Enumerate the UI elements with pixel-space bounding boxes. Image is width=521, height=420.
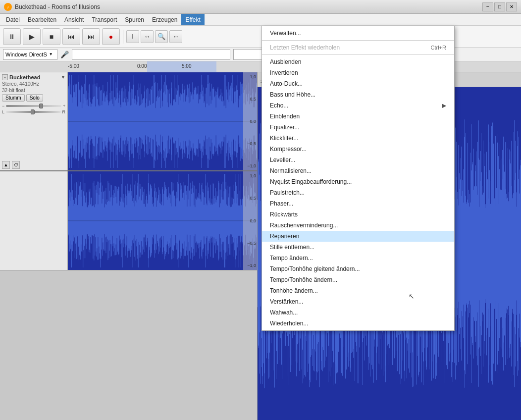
close-button[interactable]: ✕ [506, 2, 517, 11]
tool-buttons: I ↔ 🔍 ↔ [126, 30, 182, 43]
record-button[interactable]: ● [102, 28, 120, 45]
waveform-lower: 1,0 0,5 0,0 −0,5 −1,0 [68, 171, 257, 270]
menu-rueckwaerts[interactable]: Rückwärts [262, 209, 454, 220]
menu-tempo-tonhoehe[interactable]: Tempo/Tonhöhe ändern... [262, 274, 454, 285]
menu-tempo-tonhoehe-gleitend[interactable]: Tempo/Tonhöhe gleitend ändern... [262, 263, 454, 274]
gain-slider-track[interactable] [6, 105, 61, 107]
pan-slider-thumb[interactable] [31, 109, 35, 114]
stop-button[interactable]: ■ [43, 28, 60, 45]
menu-ausblenden[interactable]: Ausblenden [262, 56, 454, 67]
titlebar: ♪ Buckethead - Rooms of Illusions − □ ✕ [0, 0, 521, 14]
track-lower-spacer [0, 171, 68, 270]
gain-slider-thumb[interactable] [39, 104, 43, 108]
menu-auto-duck[interactable]: Auto-Duck... [262, 78, 454, 89]
track-mute-solo: Stumm Solo [2, 94, 65, 102]
menu-tonhoehe[interactable]: Tonhöhe ändern... [262, 285, 454, 296]
waveform-upper: 1,0 0,5 0,0 −0,5 −1,0 [68, 72, 257, 170]
waveform-scale-lower: 1,0 0,5 0,0 −0,5 −1,0 [243, 171, 257, 270]
menu-sep-1 [262, 40, 454, 41]
mute-button[interactable]: Stumm [2, 94, 25, 102]
ruler-label-minus5: -5:00 [68, 63, 79, 69]
menu-transport[interactable]: Transport [88, 14, 121, 25]
track-info-1: Stereo, 44100Hz [2, 81, 65, 87]
menu-echo[interactable]: Echo... ▶ [262, 100, 454, 111]
menu-equalizer[interactable]: Equalizer... [262, 122, 454, 133]
zoom-tool[interactable]: 🔍 [155, 30, 168, 43]
menu-phaser[interactable]: Phaser... [262, 198, 454, 209]
input-level-bar [72, 49, 230, 60]
gain-control: − + [2, 104, 65, 108]
window-title: Buckethead - Rooms of Illusions [15, 3, 100, 10]
gain-minus-label: − [2, 104, 4, 108]
minimize-button[interactable]: − [482, 2, 493, 11]
track-controls-1: × Buckethead ▼ Stereo, 44100Hz 32-bit fl… [0, 72, 68, 170]
select-tool[interactable]: ↔ [141, 30, 154, 43]
maximize-button[interactable]: □ [494, 2, 505, 11]
menu-invertieren[interactable]: Invertieren [262, 67, 454, 78]
menu-letzten-effekt: Letzten Effekt wiederholen Ctrl+R [262, 42, 454, 53]
menu-einblenden[interactable]: Einblenden [262, 111, 454, 122]
track-1-upper: × Buckethead ▼ Stereo, 44100Hz 32-bit fl… [0, 72, 257, 171]
forward-button[interactable]: ⏭ [82, 28, 100, 45]
menubar: Datei Bearbeiten Ansicht Transport Spure… [0, 14, 521, 26]
menu-nyquist[interactable]: Nyquist Eingabeaufforderung... [262, 176, 454, 187]
menu-stille-entfernen[interactable]: Stille entfernen... [262, 242, 454, 253]
mic-icon: 🎤 [60, 51, 69, 58]
pan-r-label: R [62, 109, 66, 114]
menu-rauschenverminderung[interactable]: Rauschenverminderung... [262, 220, 454, 231]
pan-control: L R [2, 109, 65, 114]
envelope-tool[interactable]: ↔ [169, 30, 182, 43]
menu-wiederholen[interactable]: Wiederholen... [262, 318, 454, 329]
menu-klickfilter[interactable]: Klickfilter... [262, 133, 454, 144]
menu-kompressor[interactable]: Kompressor... [262, 144, 454, 155]
menu-tempo-aendern[interactable]: Tempo ändern... [262, 253, 454, 263]
device-selector[interactable]: Windows DirectS [3, 49, 57, 60]
track-header: × Buckethead ▼ [2, 74, 65, 80]
solo-button[interactable]: Solo [26, 94, 43, 102]
waveform-canvas-upper [68, 72, 257, 170]
cursor-tool[interactable]: I [126, 30, 139, 43]
track-clock-button[interactable]: ⏱ [12, 161, 20, 169]
toolbar-separator [123, 30, 123, 44]
menu-bass-hoehe[interactable]: Bass und Höhe... [262, 89, 454, 100]
effekt-dropdown-menu: Verwalten... Letzten Effekt wiederholen … [261, 26, 455, 331]
gain-plus-label: + [63, 104, 65, 108]
menu-spuren[interactable]: Spuren [121, 14, 148, 25]
menu-normalisieren[interactable]: Normalisieren... [262, 165, 454, 176]
app-icon: ♪ [4, 3, 12, 11]
track-1-lower: 1,0 0,5 0,0 −0,5 −1,0 [0, 171, 257, 270]
track-close-button[interactable]: × [2, 74, 8, 80]
pan-slider-track[interactable] [6, 111, 60, 113]
menu-verwalten[interactable]: Verwalten... [262, 28, 454, 39]
menu-erzeugen[interactable]: Erzeugen [148, 14, 181, 25]
menu-sep-2 [262, 54, 454, 55]
menu-bearbeiten[interactable]: Bearbeiten [24, 14, 60, 25]
menu-reparieren[interactable]: Reparieren [262, 231, 454, 242]
menu-datei[interactable]: Datei [2, 14, 24, 25]
window-controls: − □ ✕ [482, 2, 517, 11]
submenu-arrow-echo: ▶ [442, 102, 446, 109]
menu-paulstretch[interactable]: Paulstretch... [262, 187, 454, 198]
pause-button[interactable]: ⏸ [3, 28, 21, 45]
track-area: × Buckethead ▼ Stereo, 44100Hz 32-bit fl… [0, 72, 258, 420]
waveform-canvas-lower [68, 171, 257, 270]
track-info-2: 32-bit float [2, 88, 65, 93]
menu-verstaerken[interactable]: Verstärken... [262, 296, 454, 307]
track-name: Buckethead [9, 74, 59, 80]
menu-effekt[interactable]: Effekt [181, 14, 204, 25]
pan-l-label: L [2, 109, 4, 114]
ruler-label-0: 0:00 [137, 63, 147, 69]
track-collapse-button[interactable]: ▲ [2, 161, 10, 169]
ruler-label-5: 5:00 [182, 63, 191, 69]
track-dropdown-arrow[interactable]: ▼ [61, 75, 65, 80]
waveform-scale-upper: 1,0 0,5 0,0 −0,5 −1,0 [243, 72, 257, 170]
menu-wahwah[interactable]: Wahwah... [262, 307, 454, 318]
play-button[interactable]: ▶ [23, 28, 41, 45]
menu-ansicht[interactable]: Ansicht [60, 14, 88, 25]
rewind-button[interactable]: ⏮ [62, 28, 80, 45]
menu-leveller[interactable]: Leveller... [262, 155, 454, 165]
